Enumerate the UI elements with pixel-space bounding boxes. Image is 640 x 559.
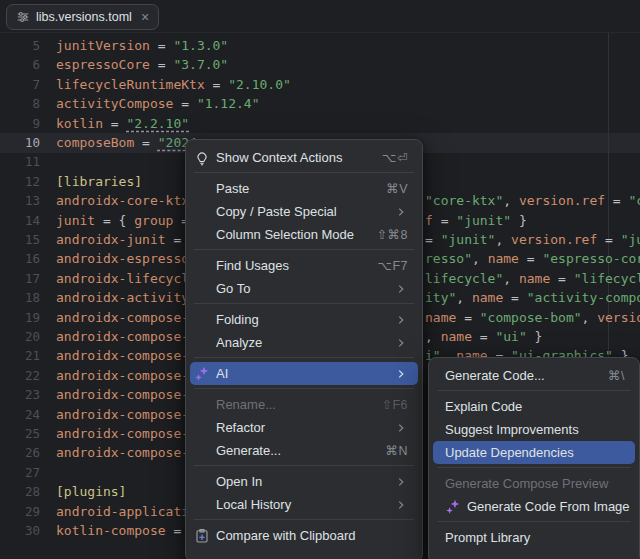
menu-item-generate-code-from-image[interactable]: Generate Code From Image: [433, 495, 635, 518]
code-token: "ui": [495, 329, 526, 344]
menu-item-label: Analyze: [216, 335, 262, 350]
editor-tab-libs-versions-toml[interactable]: libs.versions.toml ×: [6, 4, 159, 30]
code-line: androidx-lifecycle: [56, 269, 197, 288]
code-token: lifecycle": [425, 271, 503, 286]
menu-separator: [437, 467, 631, 468]
menu-item-explain-code[interactable]: Explain Code: [433, 395, 635, 418]
menu-item-label: Go To: [216, 281, 250, 296]
menu-item-label: Folding: [216, 312, 259, 327]
menu-item-generate[interactable]: Generate...⌘N: [190, 439, 418, 462]
menu-item-label: Generate Code From Image: [467, 499, 630, 514]
menu-item-label: Find Usages: [216, 258, 289, 273]
code-token: = {: [95, 213, 134, 228]
code-line-right-fragment: f = "junit" }: [425, 211, 527, 230]
tab-close-icon[interactable]: ×: [141, 10, 149, 24]
code-token: =: [150, 57, 173, 72]
menu-item-compare-with-clipboard[interactable]: Compare with Clipboard: [190, 524, 418, 547]
menu-item-local-history[interactable]: Local History: [190, 493, 418, 516]
menu-item-folding[interactable]: Folding: [190, 308, 418, 331]
menu-item-find-usages[interactable]: Find Usages⌥F7: [190, 254, 418, 277]
menu-item-label: Copy / Paste Special: [216, 204, 337, 219]
code-token: "2.10.0": [228, 77, 291, 92]
menu-item-generate-code[interactable]: Generate Code...⌘\: [433, 364, 635, 387]
code-token: }: [511, 213, 527, 228]
code-token: kotlin: [56, 116, 103, 131]
code-token: androidx-junit: [56, 232, 166, 247]
code-line-right-fragment: lifecycle", name = "lifecycle-r: [425, 269, 640, 288]
code-line: android-applicatio: [56, 502, 197, 521]
menu-item-show-context-actions[interactable]: Show Context Actions⌥⏎: [190, 146, 418, 169]
menu-item-label: Local History: [216, 497, 291, 512]
code-token: version.r: [597, 310, 640, 325]
code-token: "core-ktx": [425, 193, 503, 208]
code-token: =: [103, 116, 126, 131]
code-token: "espresso-core": [542, 251, 640, 266]
menu-item-label: Explain Code: [445, 399, 522, 414]
code-token: androidx-compose-u: [56, 348, 197, 363]
ai-sparkle-icon: [194, 366, 210, 382]
code-token: }: [527, 329, 543, 344]
menu-separator: [437, 521, 631, 522]
code-line: junitVersion = "1.3.0": [56, 36, 228, 55]
code-token: ,: [425, 329, 441, 344]
chevron-right-icon: [394, 282, 408, 296]
code-token: name: [519, 271, 550, 286]
code-token: "junit": [441, 232, 496, 247]
menu-item-prompt-library[interactable]: Prompt Library: [433, 526, 635, 549]
code-token: ,: [472, 251, 488, 266]
code-line: androidx-espresso-: [56, 249, 197, 268]
code-line-right-fragment: name = "compose-bom", version.r: [425, 308, 640, 327]
code-token: lifecycleRuntimeKtx: [56, 77, 205, 92]
menu-separator: [194, 519, 414, 520]
code-token: espressoCore: [56, 57, 150, 72]
code-token: name: [441, 329, 472, 344]
menu-item-paste[interactable]: Paste⌘V: [190, 177, 418, 200]
code-token: ity": [425, 290, 456, 305]
menu-separator: [437, 390, 631, 391]
code-token: =: [150, 38, 173, 53]
code-token: version.ref: [511, 232, 597, 247]
menu-item-label: Compare with Clipboard: [216, 528, 355, 543]
tab-title: libs.versions.toml: [36, 10, 132, 24]
code-token: name: [472, 290, 503, 305]
menu-item-copy-paste-special[interactable]: Copy / Paste Special: [190, 200, 418, 223]
code-token: androidx-compose-u: [56, 426, 197, 441]
menu-item-refactor[interactable]: Refactor: [190, 416, 418, 439]
code-token: ,: [503, 271, 519, 286]
code-token: =: [173, 96, 196, 111]
code-line: junit = { group =: [56, 211, 189, 230]
menu-item-update-dependencies[interactable]: Update Dependencies: [433, 441, 635, 464]
menu-item-ai[interactable]: AI: [190, 362, 418, 385]
code-token: kotlin-compose: [56, 523, 166, 538]
menu-item-label: Open In: [216, 474, 262, 489]
code-token: androidx-compose-b: [56, 310, 197, 325]
code-token: android-applicatio: [56, 504, 197, 519]
code-line: activityCompose = "1.12.4": [56, 94, 260, 113]
chevron-right-icon: [394, 421, 408, 435]
code-line: lifecycleRuntimeKtx = "2.10.0": [56, 75, 291, 94]
menu-item-analyze[interactable]: Analyze: [190, 331, 418, 354]
menu-item-column-selection-mode[interactable]: Column Selection Mode⇧⌘8: [190, 223, 418, 246]
chevron-right-icon: [394, 498, 408, 512]
menu-item-label: Column Selection Mode: [216, 227, 354, 242]
code-line: androidx-compose-u: [56, 346, 197, 365]
menu-shortcut: ⌥⏎: [382, 150, 408, 165]
menu-shortcut: ⌥F7: [378, 258, 409, 273]
menu-separator: [194, 388, 414, 389]
menu-item-label: Generate Compose Preview: [445, 476, 608, 491]
menu-item-go-to[interactable]: Go To: [190, 277, 418, 300]
menu-item-suggest-improvements[interactable]: Suggest Improvements: [433, 418, 635, 441]
code-line: androidx-compose-u: [56, 385, 197, 404]
menu-item-label: Rename...: [216, 397, 276, 412]
code-token: =: [205, 77, 228, 92]
chevron-right-icon: [394, 336, 408, 350]
menu-separator: [194, 465, 414, 466]
code-token: androidx-compose-u: [56, 387, 197, 402]
ide-window: libs.versions.toml × 5678910111213141516…: [0, 0, 640, 559]
menu-item-label: Prompt Library: [445, 530, 530, 545]
code-line: [plugins]: [56, 482, 126, 501]
code-token: [libraries]: [56, 174, 142, 189]
chevron-right-icon: [394, 205, 408, 219]
menu-item-open-in[interactable]: Open In: [190, 470, 418, 493]
menu-separator: [194, 172, 414, 173]
